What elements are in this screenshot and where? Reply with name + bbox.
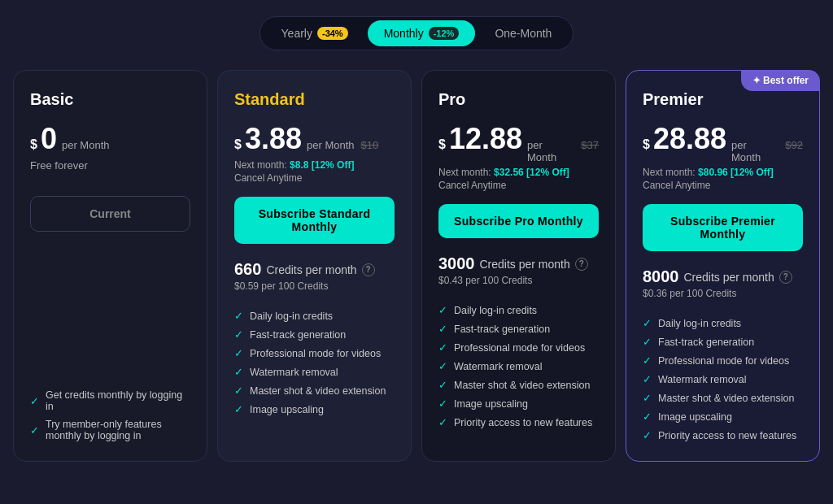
billing-toggle[interactable]: Yearly -34% Monthly -12% One-Month [259, 16, 574, 50]
feature-text: Fast-track generation [250, 329, 346, 341]
plan-pro: Pro $ 12.88 per Month $37 Next month: $3… [421, 70, 616, 462]
feature-text: Try member-only features monthly by logg… [46, 419, 190, 441]
check-icon: ✓ [438, 323, 447, 335]
plan-premier-period: per Month [731, 139, 778, 163]
check-icon: ✓ [643, 411, 652, 423]
info-icon[interactable]: ? [362, 263, 375, 276]
plan-standard-next-month: Next month: $8.8 [12% Off] [234, 159, 395, 171]
plan-pro-credits: 3000 Credits per month ? $0.43 per 100 C… [438, 254, 599, 298]
credits-per-unit: $0.59 per 100 Credits [234, 280, 395, 292]
check-icon: ✓ [643, 336, 652, 348]
check-icon: ✓ [234, 366, 243, 378]
plan-basic-price-row: $ 0 per Month [30, 122, 190, 156]
plan-standard-subscribe-button[interactable]: Subscribe Standard Monthly [234, 197, 395, 244]
check-icon: ✓ [438, 398, 447, 410]
credits-per-unit: $0.36 per 100 Credits [643, 288, 803, 299]
check-icon: ✓ [643, 317, 652, 329]
toggle-one-month-label: One-Month [495, 27, 552, 40]
credits-title: 660 Credits per month ? [234, 260, 395, 279]
plan-basic: Basic $ 0 per Month Free forever Current… [13, 70, 207, 462]
feature-item: ✓Watermark removal [643, 373, 803, 385]
next-month-highlight: $8.8 [12% Off] [290, 159, 354, 171]
feature-item: ✓Priority access to new features [643, 429, 803, 441]
credits-amount: 8000 [643, 267, 679, 286]
credits-label: Credits per month [480, 258, 570, 271]
check-icon: ✓ [234, 403, 243, 415]
feature-text: Fast-track generation [454, 324, 550, 335]
plan-pro-cancel: Cancel Anytime [438, 180, 599, 191]
check-icon: ✓ [438, 304, 447, 316]
plan-pro-amount: 12.88 [449, 122, 522, 156]
plan-standard-amount: 3.88 [245, 122, 302, 156]
plan-pro-subscribe-button[interactable]: Subscribe Pro Monthly [438, 204, 599, 238]
plan-standard-credits: 660 Credits per month ? $0.59 per 100 Cr… [234, 260, 395, 303]
plan-basic-button[interactable]: Current [30, 196, 190, 232]
check-icon: ✓ [643, 373, 652, 385]
toggle-monthly-badge: -12% [429, 27, 460, 40]
check-icon: ✓ [30, 395, 39, 407]
feature-text: Watermark removal [250, 367, 338, 378]
plan-pro-dollar: $ [438, 137, 446, 152]
plan-standard-feature-list: ✓Daily log-in credits ✓Fast-track genera… [234, 310, 395, 415]
plan-standard-period: per Month [307, 139, 355, 151]
feature-item: ✓Image upscaling [643, 411, 803, 423]
feature-item: ✓Fast-track generation [438, 323, 599, 335]
feature-item: ✓Image upscaling [438, 398, 599, 410]
feature-item: ✓Priority access to new features [438, 416, 599, 428]
plan-standard-cancel: Cancel Anytime [234, 172, 395, 184]
feature-item: ✓Watermark removal [234, 366, 395, 378]
plan-premier-cancel: Cancel Anytime [643, 180, 803, 191]
feature-item: ✓Image upscaling [234, 403, 395, 415]
plan-basic-amount: 0 [41, 122, 57, 156]
feature-text: Daily log-in credits [250, 311, 333, 322]
credits-label: Credits per month [266, 263, 356, 276]
toggle-monthly[interactable]: Monthly -12% [368, 20, 476, 46]
check-icon: ✓ [438, 416, 447, 428]
feature-item: ✓ Get credits monthly by logging in [30, 389, 190, 412]
check-icon: ✓ [643, 354, 652, 367]
check-icon: ✓ [234, 328, 243, 341]
toggle-one-month[interactable]: One-Month [478, 20, 568, 46]
feature-item: ✓Professional mode for videos [643, 354, 803, 367]
feature-item: ✓Daily log-in credits [438, 304, 599, 316]
feature-text: Watermark removal [658, 374, 747, 385]
plan-basic-features: ✓ Get credits monthly by logging in ✓ Tr… [30, 389, 190, 441]
feature-item: ✓Daily log-in credits [643, 317, 803, 329]
info-icon[interactable]: ? [575, 258, 588, 271]
plan-premier-price-row: $ 28.88 per Month $92 [643, 122, 803, 163]
plan-standard-price-row: $ 3.88 per Month $10 [234, 122, 395, 156]
next-month-prefix: Next month: [438, 167, 494, 178]
toggle-yearly-badge: -34% [317, 27, 348, 40]
plans-container: Basic $ 0 per Month Free forever Current… [13, 70, 820, 462]
plan-premier: ✦ Best offer Premier $ 28.88 per Month $… [626, 70, 820, 462]
check-icon: ✓ [234, 347, 243, 359]
feature-text: Master shot & video extension [658, 393, 794, 404]
plan-premier-subscribe-button[interactable]: Subscribe Premier Monthly [643, 204, 803, 251]
feature-text: Daily log-in credits [658, 318, 741, 329]
plan-premier-dollar: $ [643, 137, 650, 152]
credits-title: 3000 Credits per month ? [438, 254, 599, 273]
feature-text: Image upscaling [454, 398, 528, 410]
toggle-yearly[interactable]: Yearly -34% [265, 20, 364, 46]
feature-item: ✓Watermark removal [438, 360, 599, 372]
best-offer-badge: ✦ Best offer [741, 70, 820, 91]
info-icon[interactable]: ? [779, 271, 792, 284]
feature-text: Priority access to new features [658, 430, 796, 441]
plan-premier-feature-list: ✓Daily log-in credits ✓Fast-track genera… [643, 317, 803, 441]
credits-per-unit: $0.43 per 100 Credits [438, 275, 599, 286]
plan-pro-original: $37 [581, 139, 599, 151]
toggle-yearly-label: Yearly [281, 27, 312, 40]
plan-premier-amount: 28.88 [653, 122, 726, 156]
plan-pro-name: Pro [438, 90, 599, 109]
feature-text: Master shot & video extension [454, 380, 590, 391]
next-month-highlight: $32.56 [12% Off] [494, 167, 569, 178]
feature-item: ✓Professional mode for videos [438, 341, 599, 354]
next-month-highlight: $80.96 [12% Off] [698, 167, 774, 178]
plan-premier-name: Premier [643, 90, 803, 109]
feature-text: Priority access to new features [454, 417, 592, 428]
plan-basic-free: Free forever [30, 159, 190, 172]
feature-text: Watermark removal [454, 361, 543, 372]
credits-amount: 660 [234, 260, 261, 279]
plan-standard-original: $10 [361, 139, 379, 151]
feature-text: Fast-track generation [658, 337, 754, 348]
